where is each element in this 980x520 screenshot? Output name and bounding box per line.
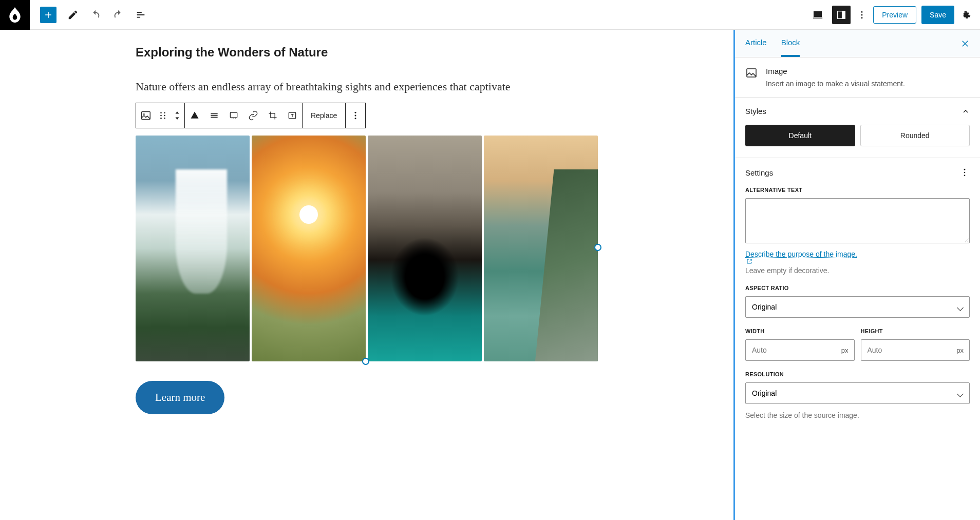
redo-icon (112, 9, 124, 21)
svg-point-9 (160, 115, 162, 117)
aspect-ratio-select[interactable]: Original (745, 296, 970, 318)
list-icon (135, 9, 146, 21)
tab-block[interactable]: Block (781, 30, 800, 57)
resolution-label: RESOLUTION (745, 371, 970, 377)
svg-point-3 (861, 14, 863, 15)
resolution-help: Select the size of the source image. (735, 409, 980, 430)
block-name: Image (766, 67, 905, 75)
image-pane-sunset (252, 136, 366, 361)
svg-point-4 (861, 17, 863, 18)
external-link-icon (746, 258, 752, 264)
block-toolbar: Replace (136, 103, 366, 128)
svg-point-22 (964, 169, 966, 170)
svg-point-16 (235, 118, 236, 119)
options-button[interactable] (856, 9, 868, 21)
document-outline-button[interactable] (135, 9, 147, 21)
align-button[interactable] (185, 103, 204, 128)
svg-point-8 (164, 112, 165, 113)
image-icon (140, 110, 152, 121)
close-icon (960, 39, 970, 48)
redo-button[interactable] (112, 9, 124, 21)
settings-heading: Settings (745, 168, 773, 177)
tools-button[interactable] (67, 9, 79, 21)
tab-article[interactable]: Article (745, 30, 767, 57)
block-more-button[interactable] (346, 103, 365, 128)
link-button[interactable] (243, 103, 263, 128)
image-content (136, 136, 598, 361)
close-sidebar-button[interactable] (960, 39, 970, 48)
plus-icon (43, 10, 53, 20)
text-box-icon (287, 110, 297, 121)
alt-help-link[interactable]: Describe the purpose of the image. (745, 250, 970, 264)
styles-heading: Styles (745, 107, 766, 115)
desktop-icon (812, 9, 823, 21)
resize-handle-bottom[interactable] (362, 358, 369, 365)
settings-button[interactable] (959, 9, 972, 21)
text-overlay-button[interactable] (282, 103, 302, 128)
undo-button[interactable] (89, 9, 102, 21)
drag-handle[interactable] (156, 103, 170, 128)
image-pane-waterfall (136, 136, 250, 361)
height-label: HEIGHT (861, 328, 970, 334)
more-vertical-icon (350, 110, 361, 121)
svg-point-2 (861, 11, 863, 12)
width-unit: px (841, 346, 849, 354)
crop-icon (268, 110, 278, 121)
svg-point-6 (143, 113, 145, 115)
preview-button[interactable]: Preview (873, 6, 916, 24)
sidebar-icon (836, 9, 847, 21)
save-button[interactable]: Save (921, 6, 954, 24)
width-icon (209, 110, 219, 121)
width-label: WIDTH (745, 328, 855, 334)
svg-point-18 (355, 112, 356, 113)
crop-button[interactable] (263, 103, 282, 128)
image-pane-bay (484, 136, 598, 361)
height-unit: px (956, 346, 964, 354)
app-logo[interactable] (0, 0, 30, 30)
width-input[interactable] (745, 339, 855, 361)
svg-rect-13 (230, 112, 237, 118)
alt-help-text: Leave empty if decorative. (745, 266, 970, 275)
image-icon (745, 67, 758, 79)
move-up-down-icon (174, 110, 181, 121)
drupal-icon (8, 7, 22, 23)
resize-handle-right[interactable] (594, 244, 601, 251)
pencil-icon (67, 9, 79, 21)
view-desktop-button[interactable] (808, 6, 827, 24)
paragraph-block[interactable]: Nature offers an endless array of breath… (136, 80, 598, 93)
settings-more-button[interactable] (959, 167, 970, 178)
style-default-button[interactable]: Default (745, 125, 855, 146)
caption-button[interactable] (224, 103, 243, 128)
learn-more-button[interactable]: Learn more (136, 381, 224, 414)
svg-point-11 (160, 118, 162, 119)
settings-sidebar: Article Block Image Insert an image to m… (733, 30, 980, 520)
replace-button[interactable]: Replace (303, 111, 345, 120)
gear-icon (960, 9, 971, 21)
add-block-button[interactable] (40, 7, 56, 23)
width-button[interactable] (204, 103, 224, 128)
svg-point-23 (964, 172, 966, 174)
resolution-select[interactable]: Original (745, 382, 970, 404)
sidebar-toggle-button[interactable] (832, 6, 851, 24)
block-type-button[interactable] (136, 103, 156, 128)
page-title[interactable]: Exploring the Wonders of Nature (136, 45, 598, 60)
svg-point-19 (355, 115, 356, 117)
undo-icon (90, 9, 101, 21)
svg-point-7 (160, 112, 162, 113)
more-vertical-icon (959, 167, 970, 178)
svg-point-15 (233, 118, 234, 119)
svg-point-14 (232, 118, 233, 119)
link-icon (248, 110, 258, 121)
image-block[interactable] (136, 136, 598, 361)
move-buttons[interactable] (170, 103, 184, 128)
svg-rect-5 (142, 112, 150, 120)
style-rounded-button[interactable]: Rounded (860, 125, 970, 146)
chevron-up-icon (962, 107, 970, 115)
block-description: Insert an image to make a visual stateme… (766, 80, 905, 88)
aspect-ratio-label: ASPECT RATIO (745, 285, 970, 291)
alt-text-input[interactable] (745, 198, 970, 243)
height-input[interactable] (861, 339, 970, 361)
align-icon (190, 110, 200, 121)
styles-panel-toggle[interactable]: Styles (735, 98, 980, 125)
svg-rect-21 (747, 69, 756, 77)
